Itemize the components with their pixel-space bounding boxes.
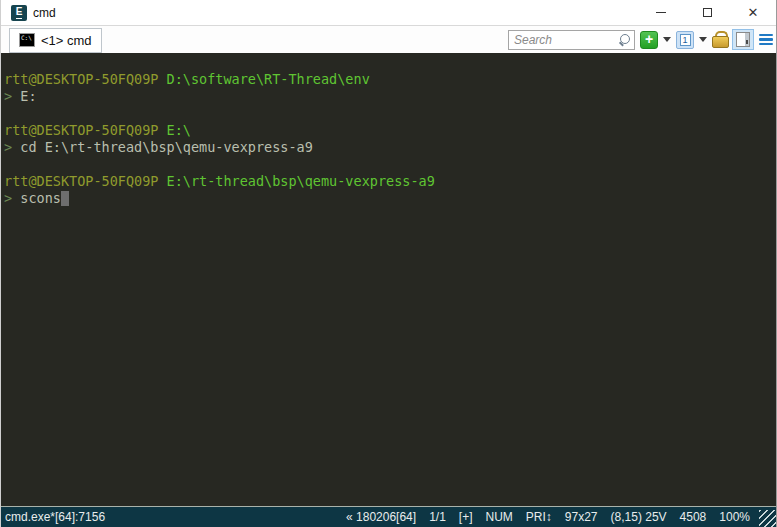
status-item: 1/1: [429, 510, 446, 524]
terminal-text-prompt: >: [4, 88, 20, 104]
terminal-text-prompt: >: [4, 190, 20, 206]
terminal-text-path: D:\software\RT-Thread\env: [167, 71, 370, 87]
search-input[interactable]: [514, 33, 618, 47]
terminal[interactable]: rtt@DESKTOP-50FQ09P D:\software\RT-Threa…: [1, 53, 776, 506]
terminal-line: > scons: [4, 190, 776, 207]
terminal-cursor: [61, 191, 69, 206]
close-icon: ✕: [748, 6, 759, 19]
maximize-button[interactable]: [684, 0, 730, 25]
terminal-text-user: rtt@DESKTOP-50FQ09P: [4, 173, 167, 189]
toolbar: + 1: [508, 29, 776, 50]
close-button[interactable]: ✕: [730, 0, 776, 25]
terminal-line: [4, 54, 776, 71]
cmd-icon: C:\: [19, 33, 35, 47]
terminal-text-path: E:\: [167, 122, 191, 138]
statusbar: cmd.exe*[64]:7156 « 180206[64]1/1[+]NUMP…: [1, 506, 776, 527]
window-switch-dropdown-icon[interactable]: [699, 37, 707, 42]
new-console-dropdown-icon[interactable]: [663, 37, 671, 42]
terminal-text-path: E:\rt-thread\bsp\qemu-vexpress-a9: [167, 173, 435, 189]
terminal-text-prompt: >: [4, 139, 20, 155]
new-console-button[interactable]: +: [640, 31, 658, 49]
status-item: (8,15) 25V: [611, 510, 667, 524]
conemu-app-icon: E: [11, 5, 27, 21]
window-number: 1: [680, 34, 691, 46]
terminal-text-command: cd E:\rt-thread\bsp\qemu-vexpress-a9: [20, 139, 313, 155]
terminal-text-command: E:: [20, 88, 36, 104]
terminal-line: rtt@DESKTOP-50FQ09P E:\: [4, 122, 776, 139]
status-item: 100%: [719, 510, 750, 524]
status-item: 97x27: [565, 510, 598, 524]
terminal-text-user: rtt@DESKTOP-50FQ09P: [4, 71, 167, 87]
terminal-line: [4, 156, 776, 173]
search-box: [508, 30, 635, 50]
tab-cmd[interactable]: C:\ <1> cmd: [9, 28, 102, 53]
terminal-text-user: rtt@DESKTOP-50FQ09P: [4, 122, 167, 138]
status-items: « 180206[64]1/1[+]NUMPRI↕97x27(8,15) 25V…: [346, 510, 776, 524]
terminal-line: [4, 105, 776, 122]
status-process: cmd.exe*[64]:7156: [5, 510, 105, 524]
scroll-view-toggle-button[interactable]: [732, 29, 754, 50]
terminal-line: > E:: [4, 88, 776, 105]
titlebar: E cmd ✕: [1, 0, 776, 26]
status-item: PRI↕: [526, 510, 552, 524]
status-item: 4508: [680, 510, 707, 524]
maximize-icon: [703, 8, 712, 17]
terminal-line: > cd E:\rt-thread\bsp\qemu-vexpress-a9: [4, 139, 776, 156]
menu-icon[interactable]: [759, 34, 773, 46]
conemu-window: E cmd ✕ C:\ <1> cmd + 1: [0, 0, 777, 527]
minimize-icon: [656, 12, 666, 13]
tabbar: C:\ <1> cmd + 1: [1, 26, 776, 53]
lock-icon[interactable]: [712, 31, 727, 48]
window-switch-button[interactable]: 1: [676, 31, 694, 49]
scrollbar-panel-icon: [736, 32, 750, 47]
status-item: [+]: [459, 510, 473, 524]
terminal-line: rtt@DESKTOP-50FQ09P D:\software\RT-Threa…: [4, 71, 776, 88]
minimize-button[interactable]: [638, 0, 684, 25]
resize-grip[interactable]: [759, 510, 776, 527]
tab-label: <1> cmd: [41, 33, 92, 48]
status-item: « 180206[64]: [346, 510, 416, 524]
window-controls: ✕: [638, 0, 776, 25]
conemu-logo-icon: E: [16, 7, 23, 19]
window-title: cmd: [33, 6, 56, 20]
terminal-line: rtt@DESKTOP-50FQ09P E:\rt-thread\bsp\qem…: [4, 173, 776, 190]
status-item: NUM: [486, 510, 513, 524]
terminal-text-command: scons: [20, 190, 61, 206]
search-icon: [618, 33, 631, 46]
